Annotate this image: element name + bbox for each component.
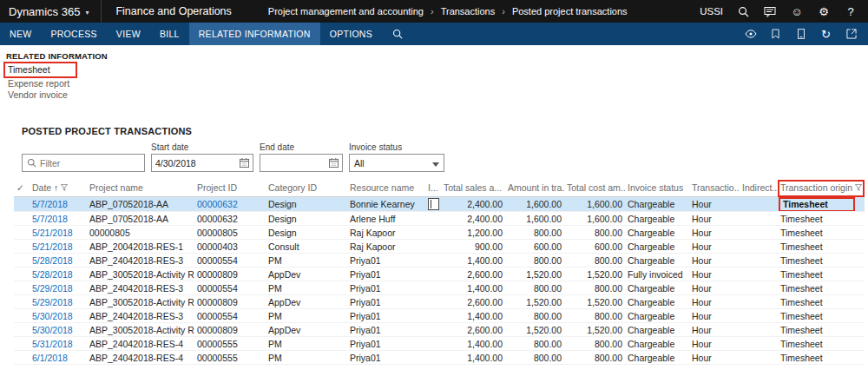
cell-check (14, 212, 30, 226)
column-header-amount-in-tra[interactable]: Amount in tra... (505, 180, 564, 197)
column-header-project-id[interactable]: Project ID (194, 180, 266, 197)
date-link[interactable]: 5/7/2018 (32, 199, 68, 209)
column-header-invoice-status[interactable]: Invoice status (625, 180, 689, 197)
cell-transaction-type: Hour (689, 197, 740, 212)
date-link[interactable]: 5/29/2018 (32, 297, 73, 307)
date-link[interactable]: 5/21/2018 (32, 228, 73, 238)
column-header-total-cost-am[interactable]: Total cost am... (564, 180, 625, 197)
pin-icon[interactable] (769, 28, 782, 41)
active-cell-input[interactable] (428, 198, 439, 210)
company-selector[interactable]: USSI (700, 6, 723, 17)
cell-line (425, 254, 441, 268)
related-item-timesheet[interactable]: Timesheet (6, 64, 75, 76)
breadcrumb-item-project-management-and-accounting[interactable]: Project management and accounting (268, 6, 424, 17)
popout-icon[interactable] (845, 28, 858, 41)
related-item-expense-report[interactable]: Expense report (6, 78, 71, 89)
quick-filter[interactable] (22, 154, 145, 172)
cell-category-id: PM (266, 337, 347, 351)
feedback-smiley-icon[interactable]: ☺ (790, 4, 804, 18)
project-id-link[interactable]: 00000632 (197, 199, 238, 209)
end-date-input[interactable] (264, 158, 326, 168)
cell-indirect (740, 268, 778, 281)
date-link[interactable]: 5/31/2018 (32, 339, 73, 349)
column-header-transaction-origin[interactable]: Transaction origin (778, 180, 865, 197)
table-row[interactable]: 5/28/2018ABP_30052018-Activity R...00000… (14, 268, 865, 281)
cell-project-id: 00000554 (194, 254, 266, 268)
table-row[interactable]: 5/29/2018ABP_24042018-RES-300000554PMPri… (14, 281, 865, 295)
column-header-select[interactable]: ✓ (14, 180, 30, 197)
cell-resource-name: Raj Kapoor (347, 240, 425, 254)
date-link[interactable]: 5/28/2018 (32, 269, 73, 280)
filter-input[interactable] (40, 158, 140, 168)
menu-item-new[interactable]: NEW (0, 23, 41, 45)
search-icon[interactable] (736, 4, 750, 18)
table-row[interactable]: 5/30/2018ABP_24042018-RES-300000554PMPri… (14, 309, 865, 323)
table-row[interactable]: 5/21/2018ABP_20042018-RES-100000403Consu… (14, 240, 865, 254)
cell-transaction-origin: Timesheet (778, 268, 865, 281)
refresh-icon[interactable]: ↻ (819, 28, 832, 41)
date-link[interactable]: 5/21/2018 (32, 241, 73, 252)
breadcrumb-item-transactions[interactable]: Transactions (441, 6, 496, 17)
date-link[interactable]: 5/30/2018 (32, 325, 73, 335)
related-information-title: RELATED INFORMATION (6, 51, 868, 61)
menu-item-related-information[interactable]: RELATED INFORMATION (189, 23, 320, 45)
column-header-resource-name[interactable]: Resource name (347, 180, 425, 197)
table-row[interactable]: 5/30/2018ABP_30052018-Activity R...00000… (14, 323, 865, 337)
transactions-table: ✓Date ↑Project nameProject IDCategory ID… (14, 180, 865, 365)
menu-item-options[interactable]: OPTIONS (320, 23, 382, 45)
table-row[interactable]: 5/7/2018ABP_07052018-AA00000632DesignArl… (14, 212, 865, 226)
table-row[interactable]: 5/31/2018ABP_24042018-RES-400000555PMPri… (14, 337, 865, 351)
related-item-vendor-invoice[interactable]: Vendor invoice (6, 89, 69, 101)
cell-total-cost: 600.00 (564, 240, 625, 254)
cell-indirect (740, 197, 778, 212)
column-header-project-name[interactable]: Project name (87, 180, 194, 197)
menu-item-process[interactable]: PROCESS (41, 23, 106, 45)
action-search-icon[interactable] (382, 23, 413, 45)
settings-gear-icon[interactable]: ⚙ (817, 4, 831, 18)
calendar-icon[interactable] (329, 158, 339, 168)
phone-icon[interactable] (794, 28, 807, 41)
filter-funnel-icon[interactable] (61, 184, 68, 191)
column-label: Resource name (350, 182, 414, 193)
date-link[interactable]: 5/28/2018 (32, 255, 73, 266)
help-icon[interactable]: ? (844, 4, 858, 18)
column-header-date[interactable]: Date ↑ (30, 180, 87, 197)
date-link[interactable]: 5/7/2018 (32, 214, 68, 224)
eye-icon[interactable] (744, 28, 757, 41)
column-header-category-id[interactable]: Category ID (266, 180, 347, 197)
filter-funnel-icon[interactable] (855, 184, 862, 191)
invoice-status-select[interactable]: All (349, 154, 444, 172)
column-header-indirect[interactable]: Indirect... (740, 180, 778, 197)
date-link[interactable]: 5/30/2018 (32, 311, 73, 321)
date-link[interactable]: 6/1/2018 (32, 353, 68, 363)
cell-total-cost: 800.00 (564, 254, 625, 268)
table-row[interactable]: 5/7/2018ABP_07052018-AA00000632DesignBon… (14, 197, 865, 212)
table-row[interactable]: 5/29/2018ABP_30052018-Activity R...00000… (14, 295, 865, 309)
message-icon[interactable] (763, 4, 777, 18)
breadcrumb-item-posted-project-transactions[interactable]: Posted project transactions (512, 6, 628, 17)
menu-item-bill[interactable]: BILL (150, 23, 189, 45)
transaction-origin-highlight: Timesheet (780, 199, 853, 210)
cell-amount-in-transaction: 1,600.00 (505, 212, 564, 226)
sort-ascending-icon[interactable]: ↑ (51, 182, 58, 193)
column-label: Indirect... (742, 182, 778, 193)
table-row[interactable]: 5/28/2018ABP_24042018-RES-300000554PMPri… (14, 254, 865, 268)
column-header-transactio[interactable]: Transactio... (689, 180, 740, 197)
cell-project-name: ABP_24042018-RES-4 (87, 337, 194, 351)
cell-total-sales: 1,400.00 (441, 337, 505, 351)
cell-project-id: 00000805 (194, 226, 266, 240)
cell-date: 5/21/2018 (30, 240, 87, 254)
table-row[interactable]: 6/1/2018ABP_24042018-RES-400000555PMPriy… (14, 351, 865, 365)
calendar-icon[interactable] (240, 158, 249, 168)
column-header-i[interactable]: I... (425, 180, 441, 197)
module-name[interactable]: Finance and Operations (101, 0, 245, 23)
related-info-list: TimesheetExpense reportVendor invoice (6, 64, 868, 101)
cell-invoice-status: Chargeable (625, 240, 689, 254)
cell-invoice-status: Chargeable (625, 351, 689, 365)
dynamics-365-home-button[interactable]: Dynamics 365 ▾ (0, 0, 101, 23)
menu-item-view[interactable]: VIEW (107, 23, 150, 45)
column-header-total-sales-a[interactable]: Total sales a... (441, 180, 505, 197)
date-link[interactable]: 5/29/2018 (32, 283, 73, 294)
table-row[interactable]: 5/21/20180000080500000805DesignRaj Kapoo… (14, 226, 865, 240)
start-date-input[interactable] (155, 158, 237, 168)
